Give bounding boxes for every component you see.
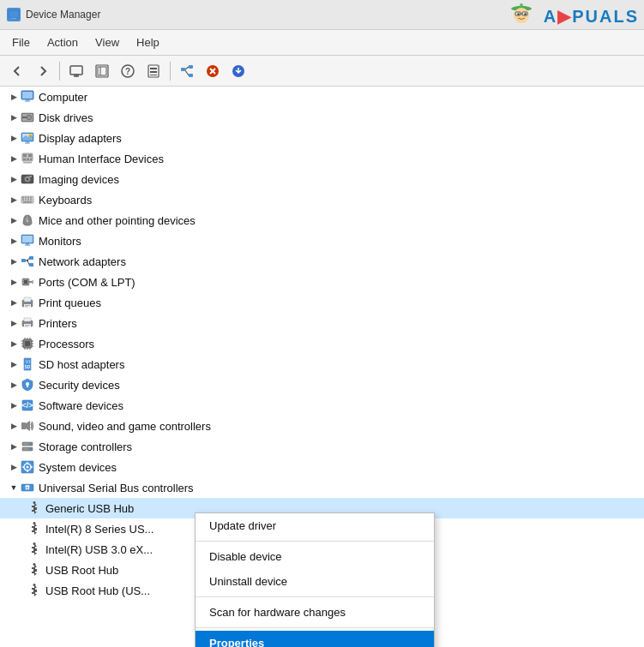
tree-item-disk[interactable]: ▶ Disk drives: [0, 107, 644, 128]
tree-item-monitors[interactable]: ▶ Monitors: [0, 231, 644, 251]
tree-item-computer[interactable]: ▶ Computer: [0, 87, 644, 107]
svg-point-64: [27, 177, 28, 178]
svg-point-44: [28, 117, 30, 118]
svg-point-137: [30, 448, 32, 450]
tree-item-software[interactable]: ▶ </> Software devices: [0, 395, 644, 416]
view-list-button[interactable]: [141, 59, 166, 83]
tree-item-security[interactable]: ▶ Security devices: [0, 374, 644, 395]
menu-help[interactable]: Help: [128, 33, 168, 52]
keyboard-label: Keyboards: [39, 194, 92, 207]
context-menu: Update driver Disable device Uninstall d…: [195, 512, 435, 647]
svg-rect-86: [29, 263, 33, 267]
collapse-arrow: ▶: [7, 193, 21, 207]
window-title: Device Manager: [26, 9, 100, 21]
tree-item-network[interactable]: ▶ Network adapters: [0, 251, 644, 272]
svg-rect-65: [29, 176, 32, 177]
sd-label: SD host adapters: [39, 358, 124, 371]
app-icon: [7, 8, 21, 21]
context-update-driver[interactable]: Update driver: [196, 513, 434, 538]
svg-rect-109: [25, 326, 28, 327]
svg-point-142: [27, 466, 29, 469]
svg-text:SD: SD: [25, 364, 31, 369]
svg-rect-100: [24, 297, 31, 302]
main-content[interactable]: ▶ Computer ▶ Disk drives ▶: [0, 87, 644, 647]
tree-item-printers[interactable]: ▶ Printers: [0, 313, 644, 333]
tree-item-sound[interactable]: ▶ Sound, video and game controllers: [0, 416, 644, 436]
context-scan-hardware[interactable]: Scan for hardware changes: [196, 600, 434, 625]
svg-point-90: [27, 260, 28, 261]
collapse-arrow: ▶: [7, 378, 21, 392]
storage-label: Storage controllers: [39, 440, 132, 453]
ports-icon: [21, 275, 34, 289]
context-disable-device[interactable]: Disable device: [196, 544, 434, 569]
svg-rect-138: [23, 444, 28, 445]
tree-item-print-queue[interactable]: ▶ Print queues: [0, 292, 644, 313]
svg-rect-102: [25, 305, 30, 306]
context-uninstall-device[interactable]: Uninstall device: [196, 569, 434, 594]
tree-item-mice[interactable]: ▶ Mice and other pointing devices: [0, 210, 644, 231]
disk-label: Disk drives: [39, 111, 93, 124]
tree-item-ports[interactable]: ▶ Ports (COM & LPT): [0, 272, 644, 292]
help-button[interactable]: ?: [116, 59, 140, 83]
svg-point-5: [520, 3, 523, 7]
usb-hub-icon5: [27, 584, 41, 597]
tree-item-storage[interactable]: ▶ Storage controllers: [0, 436, 644, 457]
svg-rect-106: [24, 318, 31, 321]
imaging-icon: [21, 172, 34, 186]
tree-view-button[interactable]: [90, 59, 114, 83]
svg-rect-74: [30, 200, 32, 201]
svg-rect-72: [25, 200, 27, 201]
imaging-label: Imaging devices: [39, 173, 119, 186]
back-button[interactable]: [5, 59, 29, 83]
network-button[interactable]: [175, 59, 199, 83]
svg-point-154: [33, 584, 36, 586]
svg-rect-26: [150, 75, 157, 75]
svg-rect-125: [26, 360, 27, 363]
svg-point-150: [33, 501, 36, 504]
collapse-arrow: ▶: [7, 316, 21, 330]
svg-point-10: [524, 13, 526, 15]
network-label: Network adapters: [39, 255, 126, 268]
intel8-label: Intel(R) 8 Series US...: [45, 523, 153, 536]
mice-icon: [21, 213, 34, 227]
collapse-arrow: ▶: [7, 296, 21, 309]
menu-bar: File Action View Help: [0, 30, 644, 56]
svg-line-30: [185, 67, 189, 69]
sd-icon: SD: [21, 357, 34, 371]
menu-view[interactable]: View: [87, 33, 128, 52]
tree-item-system[interactable]: ▶ System devices: [0, 457, 644, 477]
menu-file[interactable]: File: [3, 33, 39, 52]
tree-item-keyboard[interactable]: ▶ Keyboards: [0, 189, 644, 210]
uninstall-button[interactable]: [201, 59, 225, 83]
svg-point-136: [30, 443, 32, 445]
forward-button[interactable]: [31, 59, 55, 83]
collapse-arrow: ▶: [7, 357, 21, 371]
svg-line-31: [185, 70, 189, 75]
sound-label: Sound, video and game controllers: [39, 420, 211, 433]
menu-action[interactable]: Action: [39, 33, 87, 52]
context-properties[interactable]: Properties: [196, 631, 434, 647]
computer-view-button[interactable]: [64, 59, 88, 83]
tree-item-imaging[interactable]: ▶ Imaging devices: [0, 169, 644, 189]
network-icon: [21, 255, 34, 268]
svg-point-96: [27, 282, 29, 284]
update-button[interactable]: [226, 59, 250, 83]
svg-rect-75: [23, 201, 32, 203]
security-label: Security devices: [39, 379, 120, 392]
tree-item-processors[interactable]: ▶ Processors: [0, 333, 644, 354]
intel30-label: Intel(R) USB 3.0 eX...: [45, 543, 153, 556]
context-separator-2: [196, 596, 434, 597]
svg-rect-73: [27, 200, 29, 201]
tree-item-sd[interactable]: ▶ SD SD host adapters: [0, 354, 644, 374]
display-label: Display adapters: [39, 132, 122, 145]
sound-icon: [21, 419, 34, 433]
svg-rect-112: [25, 341, 30, 346]
tree-item-display[interactable]: ▶ Display adapters: [0, 128, 644, 148]
tree-item-usb[interactable]: ▼ USB Universal Serial Bus controllers: [0, 477, 644, 498]
computer-label: Computer: [39, 91, 87, 104]
context-separator-1: [196, 541, 434, 542]
svg-rect-19: [98, 67, 106, 75]
svg-rect-25: [150, 71, 157, 73]
tree-item-hid[interactable]: ▶ Human Interface Devices: [0, 148, 644, 169]
collapse-arrow: ▶: [7, 440, 21, 453]
